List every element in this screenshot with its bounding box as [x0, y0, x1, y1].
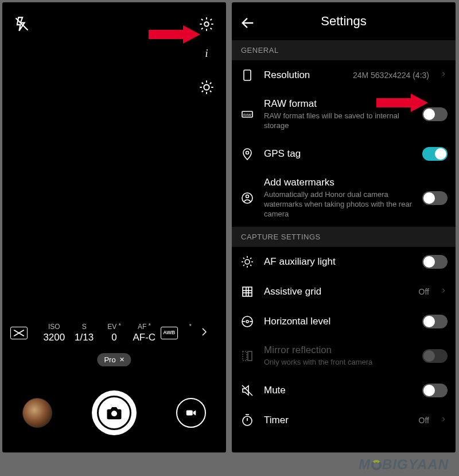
timer-icon	[240, 413, 255, 427]
svg-marker-13	[376, 94, 428, 112]
row-title: Add watermarks	[264, 177, 413, 188]
svg-marker-8	[193, 410, 196, 415]
annotation-arrow-settings	[149, 25, 200, 44]
back-button[interactable]	[240, 15, 256, 31]
video-icon	[185, 407, 197, 419]
row-title: Mirror reflection	[264, 345, 413, 356]
settings-gear-icon[interactable]	[199, 16, 215, 32]
row-title: Mute	[264, 385, 413, 396]
iso-value: 3200	[40, 331, 68, 343]
grid-icon	[240, 285, 255, 299]
row-value: Off	[419, 287, 429, 296]
video-mode-button[interactable]	[176, 398, 206, 428]
af-light-toggle[interactable]	[422, 255, 448, 269]
chevron-right-icon	[441, 287, 448, 297]
camera-icon	[106, 404, 123, 421]
raw-icon: RAW	[240, 107, 255, 121]
ev-button[interactable]: EV * 0	[100, 323, 128, 343]
chevron-right-icon	[441, 415, 448, 425]
watermark-icon	[240, 191, 255, 205]
location-pin-icon	[240, 147, 255, 161]
mode-badge-label: Pro	[104, 355, 115, 364]
svg-rect-10	[244, 70, 251, 80]
iso-label: ISO	[40, 323, 68, 331]
row-assistive-grid[interactable]: Assistive grid Off	[232, 277, 456, 307]
svg-point-1	[204, 22, 208, 26]
shutter-label: S	[71, 323, 98, 331]
svg-point-14	[246, 151, 249, 154]
svg-text:RAW: RAW	[243, 113, 251, 117]
row-subtitle: Only works with the front camera	[264, 358, 413, 367]
row-raw-format[interactable]: RAW RAW format RAW format files will be …	[232, 90, 456, 139]
ev-value: 0	[100, 331, 128, 343]
settings-header: Settings	[232, 2, 456, 40]
camera-screen: i ISO 3200 S 1/13 EV * 0 AF * AF-C	[2, 2, 226, 452]
mode-badge-pro[interactable]: Pro ✕	[97, 353, 131, 366]
mute-icon	[240, 384, 255, 397]
iso-button[interactable]: ISO 3200	[40, 323, 68, 343]
level-icon	[240, 315, 255, 328]
row-subtitle: RAW format files will be saved to intern…	[264, 111, 413, 131]
row-value: Off	[419, 416, 429, 425]
row-title: Resolution	[264, 69, 344, 81]
section-header-general: GENERAL	[232, 40, 456, 60]
camera-side-icons: i	[199, 48, 215, 95]
af-button[interactable]: AF * AF-C	[130, 323, 158, 343]
watermark-toggle[interactable]	[422, 191, 448, 205]
mirror-toggle	[422, 349, 448, 363]
awb-icon: AWB	[161, 327, 178, 339]
svg-rect-27	[243, 351, 247, 361]
row-mute[interactable]: Mute	[232, 376, 456, 405]
svg-point-26	[246, 320, 248, 323]
row-title: Assistive grid	[264, 286, 410, 297]
ev-label: EV *	[100, 323, 128, 331]
row-timer[interactable]: Timer Off	[232, 405, 456, 435]
gps-toggle[interactable]	[422, 147, 448, 161]
row-watermarks[interactable]: Add watermarks Automatically add Honor d…	[232, 169, 456, 227]
svg-rect-18	[243, 287, 252, 296]
effects-sun-icon[interactable]	[199, 79, 215, 95]
af-label: AF *	[130, 323, 158, 331]
svg-point-6	[111, 411, 117, 416]
row-title: Timer	[264, 415, 410, 426]
camera-bottom-bar	[2, 387, 226, 439]
pro-controls-row: ISO 3200 S 1/13 EV * 0 AF * AF-C AWB *	[7, 323, 221, 343]
mute-toggle[interactable]	[422, 384, 448, 397]
row-value: 24M 5632x4224 (4:3)	[353, 71, 429, 80]
svg-rect-28	[248, 351, 252, 361]
metering-mode-button[interactable]	[10, 327, 38, 339]
sun-icon	[240, 255, 255, 269]
awb-button[interactable]: AWB *	[161, 327, 188, 339]
row-title: GPS tag	[264, 148, 413, 160]
svg-marker-3	[149, 25, 200, 44]
settings-screen: Settings GENERAL Resolution 24M 5632x422…	[232, 2, 456, 452]
gallery-thumbnail[interactable]	[22, 398, 52, 428]
row-title: AF auxiliary light	[264, 256, 413, 268]
page-title: Settings	[321, 14, 367, 29]
row-horizontal-level[interactable]: Horizontal level	[232, 307, 456, 336]
mirror-icon	[240, 349, 255, 363]
chevron-right-icon	[441, 70, 448, 80]
row-af-light[interactable]: AF auxiliary light	[232, 247, 456, 277]
flash-off-icon[interactable]	[14, 16, 30, 32]
svg-point-16	[246, 195, 249, 198]
section-header-capture: CAPTURE SETTINGS	[232, 227, 456, 247]
shutter-speed-button[interactable]: S 1/13	[71, 323, 98, 343]
svg-point-2	[204, 84, 209, 90]
info-icon[interactable]: i	[201, 48, 212, 59]
site-watermark: MBIGYAAN	[359, 456, 449, 473]
horizontal-toggle[interactable]	[422, 315, 448, 328]
shutter-button[interactable]	[92, 390, 137, 435]
pro-more-chevron[interactable]	[190, 324, 218, 342]
close-icon: ✕	[119, 356, 125, 363]
shutter-value: 1/13	[71, 331, 98, 343]
svg-point-17	[245, 260, 250, 264]
row-subtitle: Automatically add Honor dual camera wate…	[264, 190, 413, 219]
metering-icon	[10, 327, 28, 339]
row-mirror-reflection: Mirror reflection Only works with the fr…	[232, 336, 456, 376]
annotation-arrow-raw	[376, 94, 428, 112]
row-title: Horizontal level	[264, 316, 413, 327]
row-gps-tag[interactable]: GPS tag	[232, 139, 456, 169]
row-resolution[interactable]: Resolution 24M 5632x4224 (4:3)	[232, 60, 456, 90]
svg-rect-7	[186, 410, 193, 415]
